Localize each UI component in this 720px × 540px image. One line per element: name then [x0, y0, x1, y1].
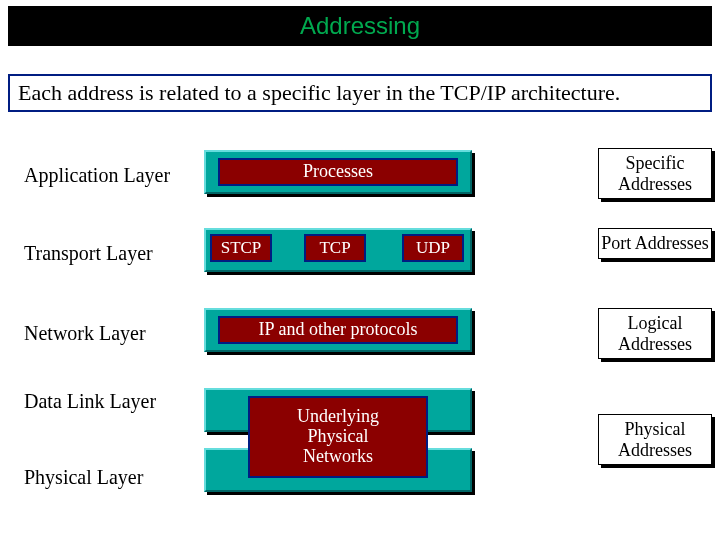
layer-application: Application Layer [24, 164, 170, 187]
box-stcp: STCP [210, 234, 272, 262]
box-tcp: TCP [304, 234, 366, 262]
teal-application: Processes [204, 150, 472, 194]
title-bar: Addressing [8, 6, 712, 46]
box-underlying: Underlying Physical Networks [248, 396, 428, 478]
title-text: Addressing [300, 12, 420, 39]
addr-logical: Logical Addresses [598, 308, 712, 359]
layer-datalink: Data Link Layer [24, 390, 156, 413]
subtitle-text: Each address is related to a specific la… [18, 80, 620, 105]
addr-port: Port Addresses [598, 228, 712, 259]
box-ip: IP and other protocols [218, 316, 458, 344]
addr-physical: Physical Addresses [598, 414, 712, 465]
layer-physical: Physical Layer [24, 466, 143, 489]
box-processes: Processes [218, 158, 458, 186]
subtitle-bar: Each address is related to a specific la… [8, 74, 712, 112]
box-udp: UDP [402, 234, 464, 262]
teal-network: IP and other protocols [204, 308, 472, 352]
layer-transport: Transport Layer [24, 242, 153, 265]
layer-network: Network Layer [24, 322, 146, 345]
addr-specific: Specific Addresses [598, 148, 712, 199]
